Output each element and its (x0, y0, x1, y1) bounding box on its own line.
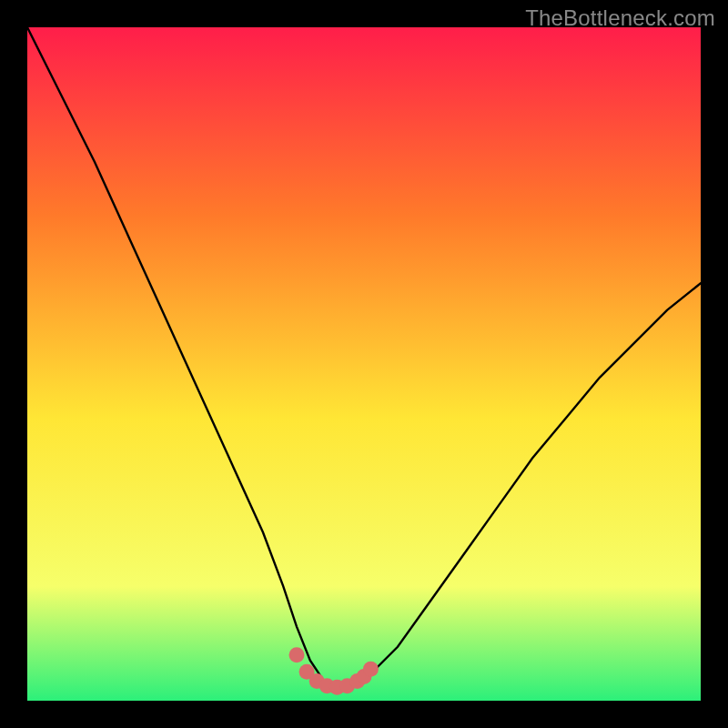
chart-frame: TheBottleneck.com (0, 0, 728, 728)
marker-point (363, 662, 379, 677)
gradient-background (27, 27, 701, 701)
marker-point (289, 647, 305, 662)
plot-area (27, 27, 701, 701)
bottleneck-chart (27, 27, 701, 701)
